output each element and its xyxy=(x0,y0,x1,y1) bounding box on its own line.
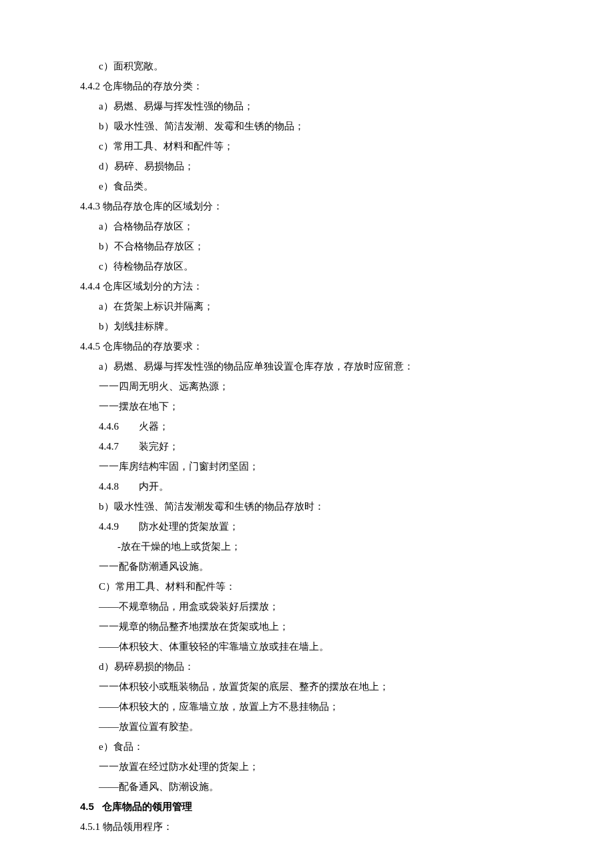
text-line: b）吸水性强、简洁发潮、发霉和生锈的物品； xyxy=(80,116,547,136)
text-line: c）待检物品存放区。 xyxy=(80,256,547,276)
document-page: c）面积宽敞。4.4.2 仓库物品的存放分类：a）易燃、易爆与挥发性强的物品；b… xyxy=(0,0,614,868)
text-line: c）面积宽敞。 xyxy=(80,56,547,76)
heading-line: 4.5 仓库物品的领用管理 xyxy=(80,797,547,817)
text-line: d）易碎、易损物品； xyxy=(80,156,547,176)
text-line: a）合格物品存放区； xyxy=(80,216,547,236)
text-line: e）食品： xyxy=(80,737,547,757)
text-line: 4.4.2 仓库物品的存放分类： xyxy=(80,76,547,96)
text-line: 4.4.5 仓库物品的存放要求： xyxy=(80,336,547,356)
text-line: b）吸水性强、简洁发潮发霉和生锈的物品存放时： xyxy=(80,496,547,516)
text-line: 一一摆放在地下； xyxy=(80,396,547,416)
text-line: a）易燃、易爆与挥发性强的物品； xyxy=(80,96,547,116)
text-line: 4.5.1 物品领用程序： xyxy=(80,817,547,837)
text-line: 4.4.8 内开。 xyxy=(80,476,547,496)
text-line: b）不合格物品存放区； xyxy=(80,236,547,256)
text-line: ——体积较大的，应靠墙立放，放置上方不悬挂物品； xyxy=(80,697,547,717)
text-line: 一一配备防潮通风设施。 xyxy=(80,556,547,576)
text-line: 一一四周无明火、远离热源； xyxy=(80,376,547,396)
text-line: b）划线挂标牌。 xyxy=(80,316,547,336)
text-line: -放在干燥的地上或货架上； xyxy=(80,536,547,556)
text-line: C）常用工具、材料和配件等： xyxy=(80,576,547,596)
text-line: c）常用工具、材料和配件等； xyxy=(80,136,547,156)
text-line: 4.4.7 装完好； xyxy=(80,436,547,456)
text-line: 4.4.3 物品存放仓库的区域划分： xyxy=(80,196,547,216)
text-line: a）易燃、易爆与挥发性强的物品应单独设置仓库存放，存放时应留意： xyxy=(80,356,547,376)
text-line: ——配备通风、防潮设施。 xyxy=(80,777,547,797)
text-line: e）食品类。 xyxy=(80,176,547,196)
text-line: 一一规章的物品整齐地摆放在货架或地上； xyxy=(80,616,547,636)
text-line: ——不规章物品，用盒或袋装好后摆放； xyxy=(80,596,547,616)
text-line: ——放置位置有胶垫。 xyxy=(80,717,547,737)
text-line: 4.4.9 防水处理的货架放置； xyxy=(80,516,547,536)
text-line: a）在货架上标识并隔离； xyxy=(80,296,547,316)
text-line: ——体积较大、体重较轻的牢靠墙立放或挂在墙上。 xyxy=(80,636,547,657)
text-line: d）易碎易损的物品： xyxy=(80,657,547,677)
text-line: 4.4.4 仓库区域划分的方法： xyxy=(80,276,547,296)
text-line: 一一库房结构牢固，门窗封闭坚固； xyxy=(80,456,547,476)
document-body: c）面积宽敞。4.4.2 仓库物品的存放分类：a）易燃、易爆与挥发性强的物品；b… xyxy=(80,56,547,837)
text-line: 一一放置在经过防水处理的货架上； xyxy=(80,757,547,777)
text-line: 一一体积较小或瓶装物品，放置货架的底层、整齐的摆放在地上； xyxy=(80,677,547,697)
text-line: 4.4.6 火器； xyxy=(80,416,547,436)
